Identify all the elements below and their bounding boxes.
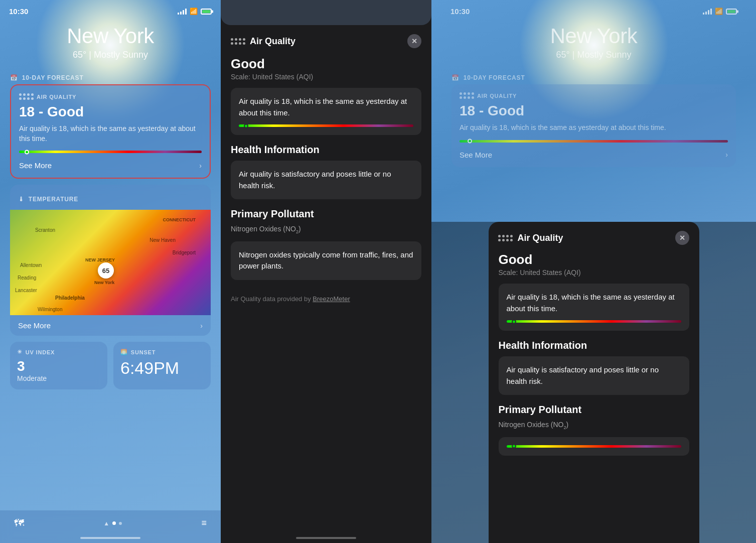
aqi-value-p1: 18 - Good xyxy=(19,104,202,120)
nav-dot-p1 xyxy=(119,522,122,525)
see-more-p1[interactable]: See More › xyxy=(19,159,202,170)
see-more-p3[interactable]: See More › xyxy=(460,149,728,159)
uv-card-p1: ☀ UV INDEX 3 Moderate xyxy=(10,342,107,389)
chevron-temp-p1: › xyxy=(200,322,203,330)
home-indicator-p2 xyxy=(296,537,356,539)
wifi-icon-p3: 📶 xyxy=(715,8,723,15)
modal-header-p3: Air Quality ✕ xyxy=(499,222,689,252)
nav-dot-active-p1 xyxy=(112,521,116,525)
aqi-info-card-p3: Air quality is 18, which is the same as … xyxy=(499,284,689,331)
aqi-value-p3: 18 - Good xyxy=(460,103,728,119)
close-button-p2[interactable]: ✕ xyxy=(407,34,421,48)
pollutant-name-p3: Nitrogen Oxides (NO2) xyxy=(499,421,689,430)
pollutant-bar-p3 xyxy=(499,437,689,456)
modal-icon-p3 xyxy=(499,231,513,245)
map-label-allentown: Allentown xyxy=(20,262,42,268)
status-icons-p3: 📶 xyxy=(703,8,737,15)
aqi-bar-p1 xyxy=(19,151,202,153)
time-p1: 10:30 xyxy=(9,7,28,16)
aqi-desc-p1: Air quality is 18, which is the same as … xyxy=(19,124,202,144)
battery-fill-p1 xyxy=(202,10,210,13)
health-card-p3: Air quality is satisfactory and poses li… xyxy=(499,356,689,395)
sun-icon-p1: ☀ xyxy=(17,349,23,355)
location-nav-icon-p1: ▲ xyxy=(103,520,109,527)
aq-card-label-p3: AIR QUALITY xyxy=(460,92,728,99)
aqi-desc-p3: Air quality is 18, which is the same as … xyxy=(460,123,728,133)
air-quality-card-p1[interactable]: AIR QUALITY 18 - Good Air quality is 18,… xyxy=(10,84,211,179)
chevron-icon-p3: › xyxy=(725,151,728,159)
pollutant-aqi-dot-p3 xyxy=(512,444,516,449)
good-title-p2: Good xyxy=(231,56,421,72)
map-label-newhaven: New Haven xyxy=(149,237,176,243)
sunset-card-p1: 🌅 SUNSET 6:49PM xyxy=(113,342,211,389)
map-label-phila: Philadelphia xyxy=(55,295,85,301)
air-quality-card-p3[interactable]: AIR QUALITY 18 - Good Air quality is 18,… xyxy=(451,84,736,167)
map-label-scranton: Scranton xyxy=(35,227,55,233)
temp-map-p1: CONNECTICUT Scranton New Haven Bridgepor… xyxy=(10,210,211,315)
signal-icon-p1 xyxy=(178,9,187,15)
close-button-p3[interactable]: ✕ xyxy=(675,231,689,245)
aqi-bar-dot-p3 xyxy=(468,139,472,144)
uv-value-p1: 3 xyxy=(17,358,100,374)
uv-sub-p1: Moderate xyxy=(17,374,100,382)
pollutant-aqi-bar-p3 xyxy=(507,445,681,448)
city-name-p1: New York xyxy=(10,25,211,48)
forecast-label-p1: 📅 10-DAY FORECAST xyxy=(10,69,211,84)
calendar-icon-p1: 📅 xyxy=(10,74,18,81)
temp-label-p1: 🌡 TEMPERATURE xyxy=(18,191,203,206)
temperature-card-p1[interactable]: 🌡 TEMPERATURE CONNECTICUT Scranton New H… xyxy=(10,185,211,336)
aq-dots-icon-p3 xyxy=(460,92,474,99)
aqi-bar-p3 xyxy=(460,140,728,143)
map-nav-icon-p1[interactable]: 🗺 xyxy=(14,517,24,529)
temp-card-footer-p1[interactable]: See More › xyxy=(10,315,211,336)
pollutant-desc-card-p2: Nitrogen oxides typically come from traf… xyxy=(231,241,421,280)
aqi-dot-modal-p3 xyxy=(512,319,516,324)
modal-title-p2: Air Quality xyxy=(250,36,295,47)
health-text-p3: Air quality is satisfactory and poses li… xyxy=(507,364,681,387)
health-heading-p3: Health Information xyxy=(499,340,689,351)
list-nav-icon-p1[interactable]: ≡ xyxy=(201,518,207,528)
aqi-dot-p2 xyxy=(244,123,248,128)
modal-title-group-p3: Air Quality xyxy=(499,231,563,245)
city-name-p3: New York xyxy=(451,25,736,48)
attribution-link-p2[interactable]: BreezoMeter xyxy=(313,295,350,303)
status-bar-p3: 10:30 📶 xyxy=(441,0,746,20)
time-p3: 10:30 xyxy=(450,7,470,16)
status-icons-p1: 📶 xyxy=(178,8,212,15)
aqi-bar-p2 xyxy=(239,124,413,127)
aq-dots-icon-p1 xyxy=(19,93,34,100)
modal-title-group-p2: Air Quality xyxy=(231,34,295,48)
battery-icon-p1 xyxy=(201,9,212,15)
p3-weather-inner: New York 65° | Mostly Sunny 📅 10-DAY FOR… xyxy=(441,20,746,167)
health-text-p2: Air quality is satisfactory and poses li… xyxy=(239,169,413,191)
city-temp-p3: 65° | Mostly Sunny xyxy=(451,50,736,60)
pollutant-heading-p3: Primary Pollutant xyxy=(499,404,689,416)
aq-dots-icon-modal-p3 xyxy=(498,235,513,241)
pollutant-name-p2: Nitrogen Oxides (NO2) xyxy=(231,225,421,234)
sunset-label-p1: 🌅 SUNSET xyxy=(120,349,204,355)
scale-label-p3: Scale: United States (AQI) xyxy=(499,268,689,277)
health-card-p2: Air quality is satisfactory and poses li… xyxy=(231,161,421,199)
battery-fill-p3 xyxy=(727,10,735,13)
calendar-icon-p3: 📅 xyxy=(451,74,460,81)
city-header-p1: New York 65° | Mostly Sunny xyxy=(10,20,211,69)
modal-title-p3: Air Quality xyxy=(518,233,563,243)
map-label-bridgeport: Bridgeport xyxy=(173,250,196,255)
panel-air-quality-detail: Air Quality ✕ Good Scale: United States … xyxy=(221,0,431,543)
forecast-label-p3: 📅 10-DAY FORECAST xyxy=(451,69,736,84)
city-temp-p1: 65° | Mostly Sunny xyxy=(10,50,211,60)
aqi-bar-dot-p1 xyxy=(25,150,29,154)
modal-overlay-p3: Air Quality ✕ Good Scale: United States … xyxy=(489,222,699,543)
modal-header-p2: Air Quality ✕ xyxy=(231,25,421,56)
health-heading-p2: Health Information xyxy=(231,144,421,156)
aqi-info-card-p2: Air quality is 18, which is the same as … xyxy=(231,88,421,135)
map-label-wilmington: Wilmington xyxy=(38,307,62,312)
panel-weather-main: 10:30 📶 New York 65° | Mostly Sunny 📅 10… xyxy=(0,0,221,543)
nav-dots-p1: ▲ xyxy=(103,520,122,527)
panel2-top-bar xyxy=(221,0,431,25)
aqi-info-text-p2: Air quality is 18, which is the same as … xyxy=(239,96,413,118)
small-cards-row-p1: ☀ UV INDEX 3 Moderate 🌅 SUNSET 6:49PM xyxy=(10,342,211,389)
good-title-p3: Good xyxy=(499,252,689,267)
status-bar-p1: 10:30 📶 xyxy=(0,0,221,20)
map-label-ct: CONNECTICUT xyxy=(163,217,196,222)
